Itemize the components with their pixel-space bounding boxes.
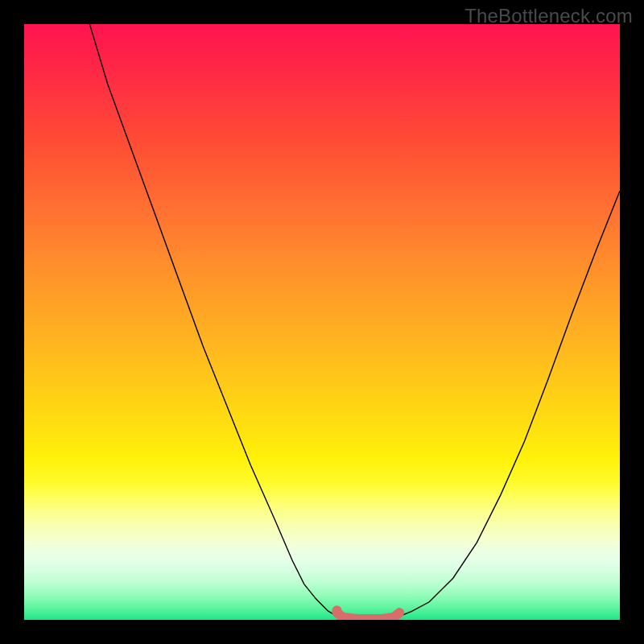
left-curve bbox=[89, 24, 336, 617]
valley-accent bbox=[337, 613, 400, 619]
right-curve bbox=[399, 191, 620, 616]
chart-frame: TheBottleneck.com bbox=[0, 0, 644, 644]
plot-area bbox=[24, 24, 620, 620]
valley-dot-icon bbox=[332, 605, 342, 615]
curve-svg bbox=[24, 24, 620, 620]
watermark-text: TheBottleneck.com bbox=[464, 5, 633, 27]
